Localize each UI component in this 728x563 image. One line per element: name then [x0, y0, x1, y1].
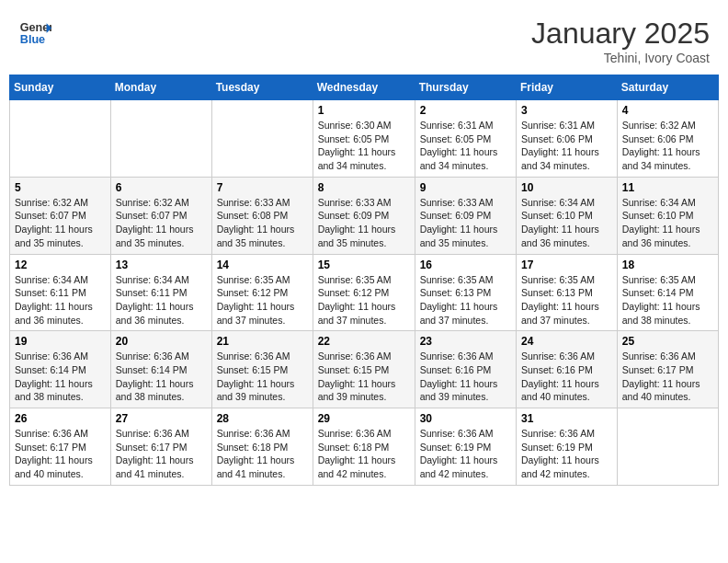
calendar-week-2: 5Sunrise: 6:32 AMSunset: 6:07 PMDaylight… — [10, 177, 719, 254]
day-info: Sunrise: 6:36 AMSunset: 6:14 PMDaylight:… — [116, 350, 207, 404]
calendar-cell: 11Sunrise: 6:34 AMSunset: 6:10 PMDayligh… — [617, 177, 718, 254]
calendar-cell — [617, 408, 718, 486]
calendar-cell — [10, 100, 111, 178]
calendar-cell: 29Sunrise: 6:36 AMSunset: 6:18 PMDayligh… — [313, 408, 415, 486]
day-number: 17 — [521, 259, 612, 271]
calendar-cell — [211, 100, 313, 178]
day-info: Sunrise: 6:35 AMSunset: 6:13 PMDaylight:… — [521, 273, 612, 327]
day-info: Sunrise: 6:35 AMSunset: 6:13 PMDaylight:… — [420, 273, 511, 327]
calendar-cell: 14Sunrise: 6:35 AMSunset: 6:12 PMDayligh… — [211, 254, 313, 331]
header-day-tuesday: Tuesday — [211, 75, 313, 100]
day-number: 1 — [318, 104, 410, 117]
day-info: Sunrise: 6:36 AMSunset: 6:19 PMDaylight:… — [521, 427, 612, 481]
day-info: Sunrise: 6:35 AMSunset: 6:12 PMDaylight:… — [217, 273, 308, 327]
day-info: Sunrise: 6:32 AMSunset: 6:06 PMDaylight:… — [622, 119, 713, 173]
calendar-week-3: 12Sunrise: 6:34 AMSunset: 6:11 PMDayligh… — [10, 254, 719, 331]
day-info: Sunrise: 6:36 AMSunset: 6:16 PMDaylight:… — [420, 350, 511, 404]
calendar-cell: 7Sunrise: 6:33 AMSunset: 6:08 PMDaylight… — [211, 177, 313, 254]
logo-icon: General Blue — [18, 17, 51, 50]
calendar-week-5: 26Sunrise: 6:36 AMSunset: 6:17 PMDayligh… — [10, 408, 719, 486]
header-day-friday: Friday — [517, 75, 618, 100]
day-number: 27 — [116, 412, 207, 425]
day-number: 3 — [521, 104, 612, 117]
calendar-week-1: 1Sunrise: 6:30 AMSunset: 6:05 PMDaylight… — [10, 100, 719, 178]
day-number: 18 — [622, 259, 713, 271]
calendar-cell: 19Sunrise: 6:36 AMSunset: 6:14 PMDayligh… — [10, 331, 111, 408]
day-number: 29 — [318, 412, 410, 425]
day-info: Sunrise: 6:34 AMSunset: 6:10 PMDaylight:… — [521, 196, 612, 250]
day-number: 9 — [420, 181, 511, 194]
calendar-cell: 27Sunrise: 6:36 AMSunset: 6:17 PMDayligh… — [110, 408, 211, 486]
day-info: Sunrise: 6:35 AMSunset: 6:12 PMDaylight:… — [318, 273, 410, 327]
day-number: 10 — [521, 181, 612, 194]
day-number: 7 — [217, 181, 308, 194]
day-info: Sunrise: 6:36 AMSunset: 6:18 PMDaylight:… — [217, 427, 308, 481]
calendar-cell: 5Sunrise: 6:32 AMSunset: 6:07 PMDaylight… — [10, 177, 111, 254]
day-number: 24 — [521, 335, 612, 348]
svg-text:Blue: Blue — [20, 33, 45, 46]
day-number: 22 — [318, 335, 410, 348]
day-info: Sunrise: 6:36 AMSunset: 6:14 PMDaylight:… — [15, 350, 106, 404]
day-info: Sunrise: 6:36 AMSunset: 6:19 PMDaylight:… — [420, 427, 511, 481]
day-number: 28 — [217, 412, 308, 425]
calendar-cell: 16Sunrise: 6:35 AMSunset: 6:13 PMDayligh… — [415, 254, 516, 331]
calendar-cell: 17Sunrise: 6:35 AMSunset: 6:13 PMDayligh… — [517, 254, 618, 331]
header-day-sunday: Sunday — [10, 75, 111, 100]
calendar-cell: 25Sunrise: 6:36 AMSunset: 6:17 PMDayligh… — [617, 331, 718, 408]
day-info: Sunrise: 6:36 AMSunset: 6:16 PMDaylight:… — [521, 350, 612, 404]
day-number: 14 — [217, 259, 308, 271]
calendar-cell: 4Sunrise: 6:32 AMSunset: 6:06 PMDaylight… — [617, 100, 718, 178]
header-day-wednesday: Wednesday — [313, 75, 415, 100]
day-info: Sunrise: 6:30 AMSunset: 6:05 PMDaylight:… — [318, 119, 410, 173]
calendar-week-4: 19Sunrise: 6:36 AMSunset: 6:14 PMDayligh… — [10, 331, 719, 408]
calendar-cell: 26Sunrise: 6:36 AMSunset: 6:17 PMDayligh… — [10, 408, 111, 486]
day-info: Sunrise: 6:36 AMSunset: 6:17 PMDaylight:… — [15, 427, 106, 481]
day-info: Sunrise: 6:36 AMSunset: 6:17 PMDaylight:… — [116, 427, 207, 481]
page-header: General Blue January 2025 Tehini, Ivory … — [9, 9, 719, 69]
day-number: 30 — [420, 412, 511, 425]
calendar-cell: 20Sunrise: 6:36 AMSunset: 6:14 PMDayligh… — [110, 331, 211, 408]
calendar-cell: 12Sunrise: 6:34 AMSunset: 6:11 PMDayligh… — [10, 254, 111, 331]
day-info: Sunrise: 6:34 AMSunset: 6:11 PMDaylight:… — [116, 273, 207, 327]
day-number: 15 — [318, 259, 410, 271]
header-day-monday: Monday — [110, 75, 211, 100]
calendar-cell: 22Sunrise: 6:36 AMSunset: 6:15 PMDayligh… — [313, 331, 415, 408]
day-info: Sunrise: 6:36 AMSunset: 6:15 PMDaylight:… — [318, 350, 410, 404]
calendar-cell: 8Sunrise: 6:33 AMSunset: 6:09 PMDaylight… — [313, 177, 415, 254]
calendar-cell: 13Sunrise: 6:34 AMSunset: 6:11 PMDayligh… — [110, 254, 211, 331]
day-number: 5 — [15, 181, 106, 194]
day-number: 31 — [521, 412, 612, 425]
day-number: 20 — [116, 335, 207, 348]
day-info: Sunrise: 6:36 AMSunset: 6:18 PMDaylight:… — [318, 427, 410, 481]
day-number: 26 — [15, 412, 106, 425]
day-info: Sunrise: 6:32 AMSunset: 6:07 PMDaylight:… — [15, 196, 106, 250]
location: Tehini, Ivory Coast — [531, 51, 710, 65]
day-info: Sunrise: 6:31 AMSunset: 6:06 PMDaylight:… — [521, 119, 612, 173]
day-number: 6 — [116, 181, 207, 194]
calendar-cell: 3Sunrise: 6:31 AMSunset: 6:06 PMDaylight… — [517, 100, 618, 178]
day-number: 21 — [217, 335, 308, 348]
day-number: 16 — [420, 259, 511, 271]
day-info: Sunrise: 6:33 AMSunset: 6:08 PMDaylight:… — [217, 196, 308, 250]
day-number: 11 — [622, 181, 713, 194]
calendar-cell: 31Sunrise: 6:36 AMSunset: 6:19 PMDayligh… — [517, 408, 618, 486]
day-info: Sunrise: 6:31 AMSunset: 6:05 PMDaylight:… — [420, 119, 511, 173]
day-number: 13 — [116, 259, 207, 271]
title-block: January 2025 Tehini, Ivory Coast — [531, 17, 710, 65]
calendar-cell: 23Sunrise: 6:36 AMSunset: 6:16 PMDayligh… — [415, 331, 516, 408]
day-number: 4 — [622, 104, 713, 117]
day-info: Sunrise: 6:35 AMSunset: 6:14 PMDaylight:… — [622, 273, 713, 327]
calendar-table: SundayMondayTuesdayWednesdayThursdayFrid… — [9, 75, 719, 486]
calendar-cell: 21Sunrise: 6:36 AMSunset: 6:15 PMDayligh… — [211, 331, 313, 408]
day-info: Sunrise: 6:36 AMSunset: 6:17 PMDaylight:… — [622, 350, 713, 404]
day-info: Sunrise: 6:34 AMSunset: 6:11 PMDaylight:… — [15, 273, 106, 327]
day-number: 2 — [420, 104, 511, 117]
header-day-saturday: Saturday — [617, 75, 718, 100]
calendar-cell: 1Sunrise: 6:30 AMSunset: 6:05 PMDaylight… — [313, 100, 415, 178]
calendar-cell: 9Sunrise: 6:33 AMSunset: 6:09 PMDaylight… — [415, 177, 516, 254]
day-number: 19 — [15, 335, 106, 348]
day-info: Sunrise: 6:36 AMSunset: 6:15 PMDaylight:… — [217, 350, 308, 404]
day-number: 8 — [318, 181, 410, 194]
calendar-cell: 18Sunrise: 6:35 AMSunset: 6:14 PMDayligh… — [617, 254, 718, 331]
calendar-cell: 2Sunrise: 6:31 AMSunset: 6:05 PMDaylight… — [415, 100, 516, 178]
